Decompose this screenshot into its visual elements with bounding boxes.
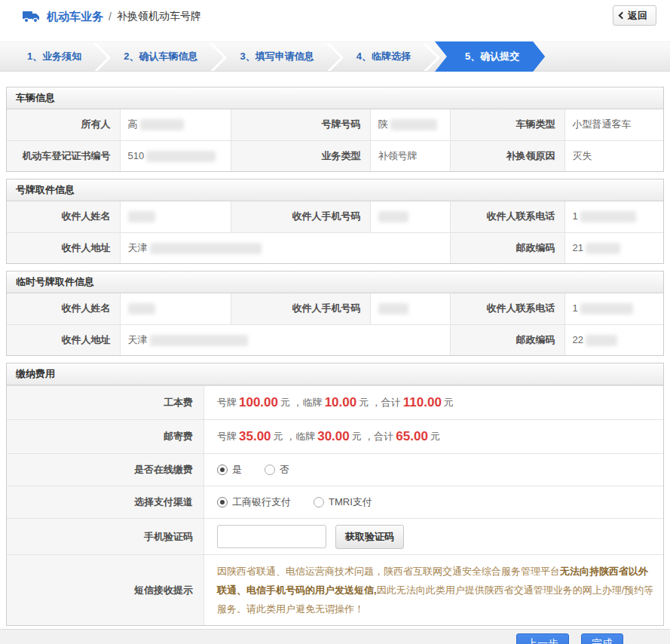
- recipient-name-label: 收件人姓名: [7, 201, 120, 232]
- plate-number-label: 号牌号码: [231, 109, 370, 140]
- recipient-mobile-value: [370, 293, 450, 324]
- redacted-value: [146, 151, 216, 162]
- fee-text: 号牌: [217, 396, 237, 409]
- sms-notice-content: 因陕西省联通、电信运营商技术问题，陕西省互联网交通安全综合服务管理平台无法向持陕…: [204, 555, 663, 625]
- payment-channel-label: 选择支付渠道: [7, 486, 204, 518]
- payment-channel-row: 选择支付渠道 工商银行支付 TMRI支付: [7, 486, 663, 518]
- table-row: 收件人姓名 收件人手机号码 收件人联系电话 1: [7, 201, 663, 232]
- table-row: 收件人地址 天津 邮政编码 21: [7, 232, 663, 263]
- fee-text: 元 ，合计: [352, 430, 394, 443]
- online-payment-row: 是否在线缴费 是 否: [7, 453, 663, 486]
- step-tab-1[interactable]: 1、业务须知: [15, 42, 93, 71]
- section-plate-delivery: 号牌取件信息 收件人姓名 收件人手机号码 收件人联系电话 1 收件人地址 天津 …: [6, 179, 664, 264]
- cost-fee-row: 工本费 号牌 100.00 元 ，临牌 10.00 元 ，合计 110.00 元: [7, 385, 663, 419]
- radio-option-yes[interactable]: 是: [217, 463, 242, 477]
- chevron-left-icon: [619, 12, 626, 20]
- section-title: 号牌取件信息: [7, 179, 663, 201]
- sms-warning-part1: 因陕西省联通、电信运营商技术问题，陕西省互联网交通安全综合服务管理平台: [217, 566, 560, 577]
- fee-amount: 30.00: [315, 429, 352, 444]
- owner-label: 所有人: [7, 109, 120, 140]
- sms-notice-label: 短信接收提示: [7, 555, 204, 625]
- reason-label: 补换领原因: [450, 140, 564, 171]
- section-title: 车辆信息: [7, 87, 663, 109]
- radio-option-no[interactable]: 否: [265, 463, 289, 477]
- table-row: 所有人 高 号牌号码 陕 车辆类型 小型普通客车: [7, 109, 663, 140]
- step-separator-icon: [93, 42, 112, 71]
- recipient-name-value: [120, 201, 231, 232]
- registration-cert-value: 510: [120, 140, 231, 171]
- radio-option-icbc[interactable]: 工商银行支付: [217, 495, 291, 509]
- step-tab-5-active[interactable]: 5、确认提交: [435, 41, 545, 72]
- redacted-value: [580, 211, 636, 222]
- redacted-value: [140, 119, 184, 130]
- step-separator-icon: [326, 42, 344, 71]
- radio-checked-icon[interactable]: [217, 497, 228, 508]
- radio-option-tmri[interactable]: TMRI支付: [314, 495, 372, 509]
- recipient-address-value: 天津: [120, 232, 450, 263]
- redacted-value: [128, 303, 155, 314]
- section-title: 缴纳费用: [7, 363, 663, 385]
- payment-channel-options: 工商银行支付 TMRI支付: [204, 486, 663, 518]
- redacted-value: [150, 243, 262, 254]
- breadcrumb-section: 机动车业务: [47, 10, 103, 24]
- recipient-phone-value: 1: [564, 201, 663, 232]
- recipient-name-value: [120, 293, 231, 324]
- recipient-address-value: 天津: [120, 324, 450, 355]
- recipient-name-label: 收件人姓名: [7, 293, 120, 324]
- fee-amount: 100.00: [237, 395, 280, 410]
- step-tab-4[interactable]: 4、临牌选择: [344, 42, 423, 71]
- fee-text: 号牌: [217, 430, 237, 443]
- back-button[interactable]: 返回: [613, 5, 656, 26]
- redacted-value: [586, 243, 620, 254]
- reason-value: 灭失: [564, 140, 663, 171]
- recipient-phone-value: 1: [564, 293, 663, 324]
- radio-unchecked-icon[interactable]: [265, 465, 275, 475]
- vehicle-info-table: 所有人 高 号牌号码 陕 车辆类型 小型普通客车 机动车登记证书编号 510 业…: [7, 109, 663, 171]
- vehicle-type-value: 小型普通客车: [564, 109, 663, 140]
- finish-button[interactable]: 完成: [581, 633, 623, 644]
- radio-checked-icon[interactable]: [217, 465, 228, 475]
- radio-unchecked-icon[interactable]: [314, 497, 324, 508]
- previous-step-button[interactable]: 上一步: [516, 633, 569, 644]
- fee-amount: 10.00: [323, 395, 359, 410]
- step-tab-2[interactable]: 2、确认车辆信息: [112, 42, 210, 71]
- recipient-phone-label: 收件人联系电话: [450, 201, 564, 232]
- breadcrumb-separator: /: [109, 11, 112, 23]
- back-button-label: 返回: [628, 9, 647, 23]
- temp-plate-delivery-table: 收件人姓名 收件人手机号码 收件人联系电话 1 收件人地址 天津 邮政编码 22: [7, 293, 663, 355]
- recipient-address-label: 收件人地址: [7, 324, 120, 355]
- fee-amount: 110.00: [401, 395, 444, 410]
- radio-option-label: 工商银行支付: [232, 495, 291, 509]
- radio-option-label: 否: [280, 463, 289, 477]
- captcha-input[interactable]: [217, 525, 326, 548]
- redacted-value: [390, 119, 437, 130]
- zip-code-label: 邮政编码: [450, 324, 564, 355]
- recipient-mobile-label: 收件人手机号码: [231, 293, 370, 324]
- step-tab-3[interactable]: 3、填写申请信息: [228, 42, 326, 71]
- fee-amount: 65.00: [393, 429, 430, 444]
- redacted-value: [586, 335, 617, 346]
- radio-option-label: 是: [232, 463, 242, 477]
- recipient-address-label: 收件人地址: [7, 232, 120, 263]
- online-payment-options: 是 否: [204, 454, 663, 486]
- radio-option-label: TMRI支付: [329, 495, 372, 509]
- cost-fee-label: 工本费: [7, 386, 204, 419]
- plate-number-value: 陕: [370, 109, 450, 140]
- sms-captcha-label: 手机验证码: [7, 519, 204, 554]
- step-separator-icon: [210, 42, 228, 71]
- section-temp-plate-delivery: 临时号牌取件信息 收件人姓名 收件人手机号码 收件人联系电话 1 收件人地址 天…: [6, 271, 664, 356]
- online-payment-label: 是否在线缴费: [7, 454, 204, 486]
- fee-text: 元 ，临牌: [274, 430, 316, 443]
- table-row: 机动车登记证书编号 510 业务类型 补领号牌 补换领原因 灭失: [7, 140, 663, 171]
- business-type-value: 补领号牌: [370, 140, 450, 171]
- redacted-value: [378, 303, 408, 314]
- table-row: 收件人地址 天津 邮政编码 22: [7, 324, 663, 355]
- sms-warning-text: 因陕西省联通、电信运营商技术问题，陕西省互联网交通安全综合服务管理平台无法向持陕…: [217, 562, 654, 618]
- postage-fee-value: 号牌 35.00 元 ，临牌 30.00 元 ，合计 65.00 元: [204, 420, 663, 453]
- get-captcha-button[interactable]: 获取验证码: [335, 525, 404, 549]
- recipient-mobile-value: [370, 201, 450, 232]
- recipient-phone-label: 收件人联系电话: [450, 293, 564, 324]
- postage-fee-row: 邮寄费 号牌 35.00 元 ，临牌 30.00 元 ，合计 65.00 元: [7, 419, 663, 453]
- table-row: 收件人姓名 收件人手机号码 收件人联系电话 1: [7, 293, 663, 324]
- sms-captcha-row: 手机验证码 获取验证码: [7, 518, 663, 554]
